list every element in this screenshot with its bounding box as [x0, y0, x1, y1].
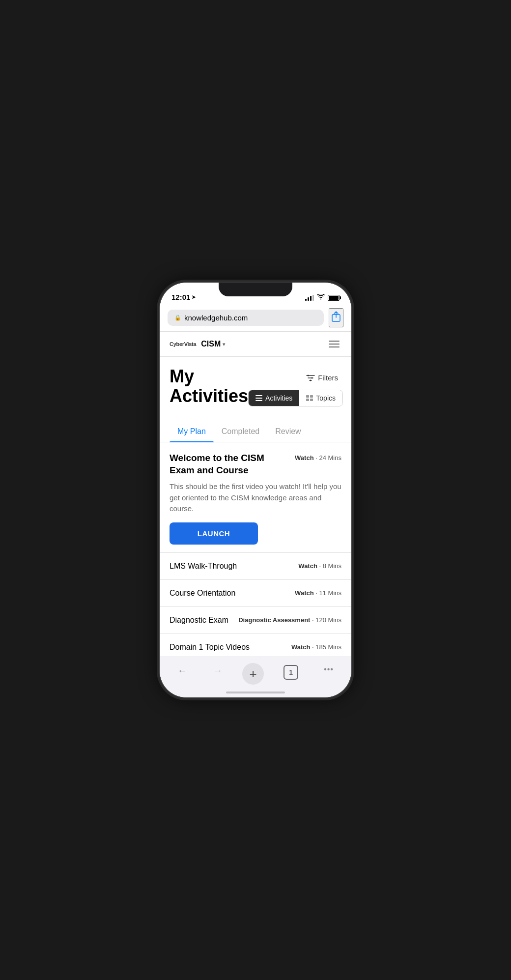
- activities-view-button[interactable]: Activities: [249, 390, 299, 406]
- featured-header: Welcome to the CISM Exam and Course Watc…: [170, 452, 341, 476]
- svg-rect-7: [306, 395, 309, 398]
- more-button[interactable]: •••: [318, 663, 340, 676]
- svg-rect-10: [310, 399, 313, 401]
- home-indicator: [226, 692, 285, 693]
- brand-area: CyberVista CISM ▾: [170, 340, 225, 348]
- svg-rect-6: [256, 400, 262, 401]
- list-item-meta: Watch · 11 Mins: [295, 589, 341, 597]
- tab-my-plan[interactable]: My Plan: [170, 422, 214, 442]
- list-item-title: Course Orientation: [170, 589, 235, 598]
- url-bar[interactable]: 🔒 knowledgehub.com: [168, 310, 324, 326]
- launch-button[interactable]: LAUNCH: [170, 522, 258, 545]
- forward-icon: →: [213, 665, 223, 676]
- featured-meta: Watch · 24 Mins: [295, 454, 341, 461]
- add-tab-button[interactable]: +: [242, 663, 264, 685]
- list-item-title: Domain 1 Topic Videos: [170, 643, 250, 652]
- lock-icon: 🔒: [174, 315, 181, 321]
- svg-point-1: [308, 375, 309, 376]
- featured-description: This should be the first video you watch…: [170, 481, 341, 515]
- svg-point-3: [310, 379, 312, 381]
- list-item[interactable]: Course Orientation Watch · 11 Mins: [160, 580, 351, 607]
- list-item[interactable]: Diagnostic Exam Diagnostic Assessment · …: [160, 607, 351, 634]
- list-item-meta: Diagnostic Assessment · 120 Mins: [238, 616, 341, 624]
- grid-icon: [306, 395, 313, 401]
- tabs-area: My Plan Completed Review: [160, 414, 351, 442]
- tab-completed[interactable]: Completed: [214, 422, 267, 442]
- status-right: [305, 294, 340, 301]
- back-icon: ←: [177, 665, 187, 676]
- page-title: My Activities: [170, 367, 248, 405]
- status-time: 12:01 ➤: [171, 293, 196, 301]
- app-content: CyberVista CISM ▾ My Activities: [160, 332, 351, 657]
- tab-switcher-button[interactable]: 1: [278, 663, 304, 682]
- share-button[interactable]: [329, 308, 343, 327]
- url-text: knowledgehub.com: [184, 314, 248, 322]
- plus-icon: +: [249, 667, 256, 680]
- top-nav: CyberVista CISM ▾: [160, 332, 351, 357]
- topics-view-button[interactable]: Topics: [299, 390, 342, 406]
- wifi-icon: [317, 294, 325, 301]
- cyber-text: Cyber: [170, 341, 184, 347]
- view-toggle: Activities Topics: [248, 390, 343, 406]
- svg-point-2: [312, 377, 313, 378]
- course-selector[interactable]: CISM ▾: [201, 340, 225, 348]
- list-item[interactable]: LMS Walk-Through Watch · 8 Mins: [160, 553, 351, 580]
- filter-icon: [306, 375, 315, 381]
- more-icon: •••: [324, 665, 334, 674]
- signal-icon: [305, 295, 314, 301]
- list-icon: [256, 395, 262, 401]
- course-name: CISM: [201, 340, 221, 348]
- svg-rect-5: [256, 398, 262, 399]
- back-button[interactable]: ←: [171, 663, 193, 678]
- list-item-meta: Watch · 8 Mins: [298, 562, 341, 570]
- svg-rect-4: [256, 395, 262, 396]
- chevron-down-icon: ▾: [223, 342, 225, 347]
- location-arrow-icon: ➤: [192, 294, 196, 300]
- svg-rect-8: [310, 395, 313, 398]
- battery-icon: [328, 295, 340, 301]
- activity-list: Welcome to the CISM Exam and Course Watc…: [160, 442, 351, 657]
- filters-label: Filters: [318, 374, 338, 382]
- list-item-title: Diagnostic Exam: [170, 616, 228, 625]
- browser-bar: 🔒 knowledgehub.com: [160, 304, 351, 332]
- list-item-meta: Watch · 185 Mins: [291, 643, 341, 651]
- list-item[interactable]: Domain 1 Topic Videos Watch · 185 Mins: [160, 634, 351, 657]
- tab-review[interactable]: Review: [267, 422, 309, 442]
- filters-button[interactable]: Filters: [301, 371, 343, 385]
- tab-count: 1: [284, 665, 298, 680]
- page-header: My Activities Filters: [160, 357, 351, 406]
- svg-rect-9: [306, 399, 309, 401]
- cybervista-logo: CyberVista: [170, 341, 196, 347]
- featured-title: Welcome to the CISM Exam and Course: [170, 452, 289, 476]
- featured-activity-item: Welcome to the CISM Exam and Course Watc…: [160, 442, 351, 553]
- vista-text: Vista: [184, 341, 197, 347]
- hamburger-menu[interactable]: [327, 339, 341, 349]
- list-item-title: LMS Walk-Through: [170, 562, 237, 571]
- forward-button[interactable]: →: [207, 663, 228, 678]
